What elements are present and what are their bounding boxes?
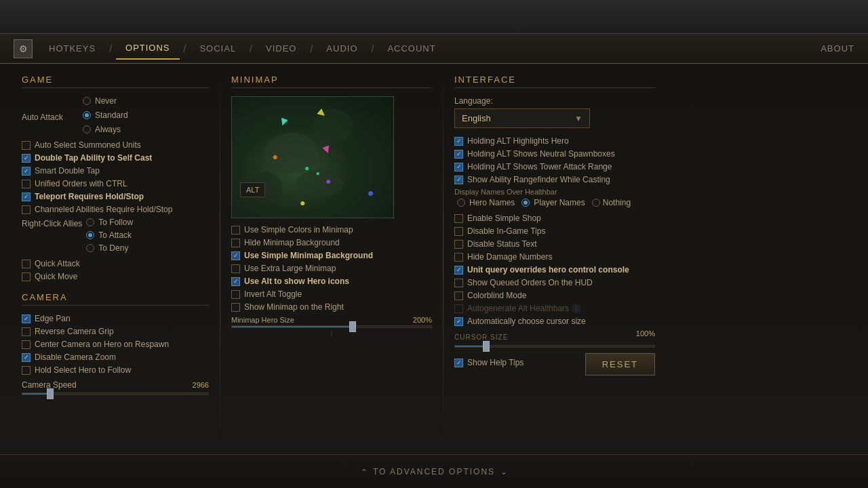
hero-size-track[interactable]: [231, 325, 432, 328]
channeled-row[interactable]: Channeled Abilities Require Hold/Stop: [22, 205, 209, 214]
disable-tips-cb[interactable]: [454, 227, 463, 236]
edge-pan-row[interactable]: Edge Pan: [22, 314, 209, 323]
nav-audio[interactable]: AUDIO: [317, 38, 367, 59]
auto-select-cb[interactable]: [22, 141, 31, 150]
settings-icon[interactable]: ⚙: [14, 39, 33, 58]
hold-hero-cb[interactable]: [22, 366, 31, 375]
disable-status-cb[interactable]: [454, 240, 463, 249]
quick-attack-cb[interactable]: [22, 260, 31, 268]
advanced-options-button[interactable]: ⌄ TO ADVANCED OPTIONS ⌄: [359, 467, 509, 476]
hide-bg-row[interactable]: Hide Minimap Background: [231, 238, 432, 247]
invert-alt-cb[interactable]: [231, 290, 240, 299]
cursor-size-thumb[interactable]: [483, 341, 490, 352]
unified-orders-row[interactable]: Unified Orders with CTRL: [22, 179, 209, 188]
hero-size-slider[interactable]: [231, 325, 432, 328]
queued-orders-row[interactable]: Show Queued Orders On the HUD: [454, 278, 655, 287]
nav-video[interactable]: VIDEO: [256, 38, 306, 59]
radio-standard[interactable]: [83, 111, 91, 119]
auto-select-row[interactable]: Auto Select Summoned Units: [22, 140, 209, 150]
show-help-row[interactable]: Show Help Tips: [454, 358, 524, 367]
to-deny-row[interactable]: To Deny: [86, 243, 133, 253]
nav-hotkeys[interactable]: HOTKEYS: [39, 38, 105, 59]
simple-bg-row[interactable]: Use Simple Minimap Background: [231, 251, 432, 260]
camera-speed-track[interactable]: [22, 392, 209, 395]
nav-about[interactable]: ABOUT: [821, 43, 854, 54]
auto-attack-never[interactable]: Never: [83, 96, 128, 106]
radio-hero-names[interactable]: [457, 199, 465, 207]
extra-large-cb[interactable]: [231, 264, 240, 273]
simple-colors-row[interactable]: Use Simple Colors in Minimap: [231, 225, 432, 235]
reverse-grip-cb[interactable]: [22, 327, 31, 336]
radio-to-follow[interactable]: [86, 218, 94, 226]
camera-speed-thumb[interactable]: [47, 388, 54, 399]
simple-shop-cb[interactable]: [454, 214, 463, 223]
nav-account[interactable]: ACCOUNT: [378, 38, 445, 59]
camera-speed-slider[interactable]: [22, 392, 209, 395]
double-tap-cb[interactable]: [22, 154, 31, 163]
simple-bg-cb[interactable]: [231, 251, 240, 260]
alt-highlights-row[interactable]: Holding ALT Highlights Hero: [454, 136, 655, 146]
cursor-size-slider[interactable]: [454, 345, 655, 348]
quick-move-cb[interactable]: [22, 272, 31, 281]
to-attack-row[interactable]: To Attack: [86, 230, 133, 240]
alt-highlights-cb[interactable]: [454, 137, 463, 146]
alt-neutral-cb[interactable]: [454, 150, 463, 159]
smart-double-tap-cb[interactable]: [22, 167, 31, 176]
info-icon[interactable]: i: [572, 304, 581, 313]
extra-large-row[interactable]: Use Extra Large Minimap: [231, 264, 432, 273]
minimap-right-row[interactable]: Show Minimap on the Right: [231, 302, 432, 312]
channeled-cb[interactable]: [22, 205, 31, 214]
hide-damage-cb[interactable]: [454, 253, 463, 262]
center-camera-cb[interactable]: [22, 340, 31, 349]
alt-tower-row[interactable]: Holding ALT Shows Tower Attack Range: [454, 162, 655, 171]
disable-zoom-cb[interactable]: [22, 353, 31, 362]
nav-options[interactable]: OPTIONS: [116, 37, 180, 60]
simple-shop-row[interactable]: Enable Simple Shop: [454, 214, 655, 223]
radio-to-deny[interactable]: [86, 244, 94, 252]
colorblind-cb[interactable]: [454, 291, 463, 300]
hero-names-row[interactable]: Hero Names: [457, 198, 515, 207]
queued-orders-cb[interactable]: [454, 279, 463, 287]
show-help-cb[interactable]: [454, 359, 463, 367]
reset-button[interactable]: RESET: [585, 353, 655, 375]
use-alt-row[interactable]: Use Alt to show Hero icons: [231, 277, 432, 286]
teleport-row[interactable]: Teleport Requires Hold/Stop: [22, 192, 209, 201]
hold-hero-row[interactable]: Hold Select Hero to Follow: [22, 365, 209, 375]
radio-never[interactable]: [83, 97, 91, 105]
quick-attack-row[interactable]: Quick Attack: [22, 259, 209, 268]
minimap-right-cb[interactable]: [231, 303, 240, 312]
cursor-size-track[interactable]: [454, 345, 655, 348]
auto-attack-standard[interactable]: Standard: [83, 110, 128, 120]
simple-colors-cb[interactable]: [231, 226, 240, 235]
disable-tips-row[interactable]: Disable In-Game Tips: [454, 226, 655, 236]
radio-always[interactable]: [83, 125, 91, 134]
radio-player-names[interactable]: [521, 199, 530, 207]
autogenerate-cb[interactable]: [454, 304, 463, 313]
rangefinder-cb[interactable]: [454, 176, 463, 184]
radio-nothing[interactable]: [592, 199, 600, 207]
auto-cursor-row[interactable]: Automatically choose cursor size: [454, 317, 655, 326]
invert-alt-row[interactable]: Invert Alt Toggle: [231, 289, 432, 299]
hide-bg-cb[interactable]: [231, 239, 240, 247]
nav-social[interactable]: SOCIAL: [190, 38, 245, 59]
double-tap-row[interactable]: Double Tap Ability to Self Cast: [22, 153, 209, 163]
smart-double-tap-row[interactable]: Smart Double Tap: [22, 166, 209, 176]
radio-to-attack[interactable]: [86, 231, 94, 239]
disable-zoom-row[interactable]: Disable Camera Zoom: [22, 352, 209, 362]
language-dropdown[interactable]: English ▼: [454, 108, 590, 128]
alt-tower-cb[interactable]: [454, 163, 463, 171]
hide-damage-row[interactable]: Hide Damage Numbers: [454, 252, 655, 262]
rangefinder-row[interactable]: Show Ability Rangefinder While Casting: [454, 175, 655, 184]
alt-neutral-row[interactable]: Holding ALT Shows Neutral Spawnboxes: [454, 149, 655, 159]
hero-size-thumb[interactable]: [349, 321, 356, 332]
use-alt-cb[interactable]: [231, 277, 240, 286]
autogenerate-row[interactable]: Autogenerate Alt Healthbars i: [454, 304, 655, 313]
center-camera-row[interactable]: Center Camera on Hero on Respawn: [22, 340, 209, 349]
auto-attack-always[interactable]: Always: [83, 125, 128, 134]
colorblind-row[interactable]: Colorblind Mode: [454, 291, 655, 300]
reverse-grip-row[interactable]: Reverse Camera Grip: [22, 327, 209, 336]
unified-orders-cb[interactable]: [22, 180, 31, 188]
unit-query-cb[interactable]: [454, 266, 463, 274]
nothing-row[interactable]: Nothing: [592, 198, 631, 207]
disable-status-row[interactable]: Disable Status Text: [454, 239, 655, 249]
